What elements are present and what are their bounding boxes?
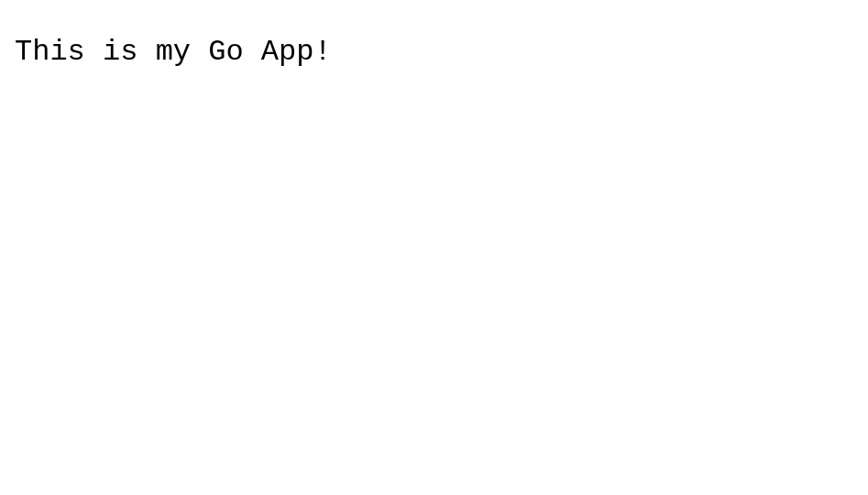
app-message: This is my Go App! [15, 35, 868, 69]
main-content: This is my Go App! [0, 0, 868, 69]
